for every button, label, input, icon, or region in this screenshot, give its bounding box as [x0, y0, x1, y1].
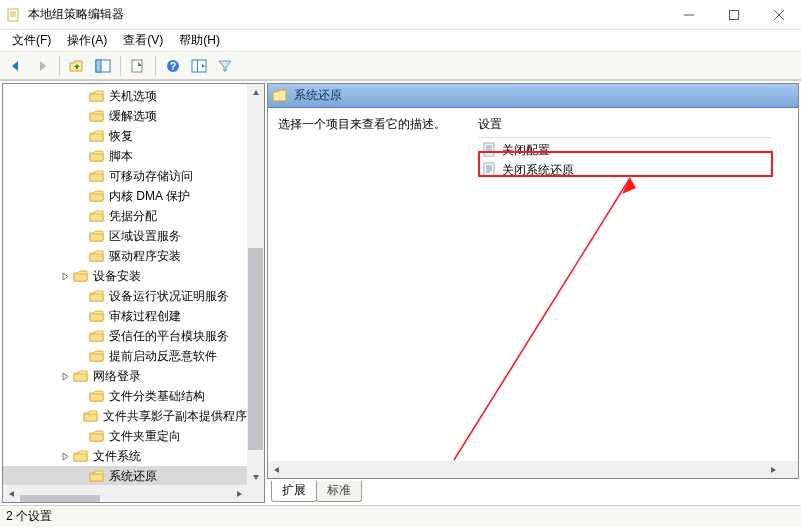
tree-item-label: 恢复: [109, 128, 133, 145]
folder-icon: [89, 388, 105, 404]
show-hide-tree-button[interactable]: [91, 54, 115, 78]
minimize-button[interactable]: [666, 0, 711, 29]
tree-view[interactable]: 关机选项缓解选项恢复脚本可移动存储访问内核 DMA 保护凭据分配区域设置服务驱动…: [3, 84, 247, 485]
setting-item-label: 关闭系统还原: [502, 162, 574, 179]
menu-help[interactable]: 帮助(H): [171, 30, 228, 51]
setting-item[interactable]: 关闭系统还原: [478, 160, 771, 180]
tabs-row: 扩展 标准: [267, 481, 799, 503]
tree-item[interactable]: 审核过程创建: [3, 306, 247, 326]
folder-icon: [89, 228, 105, 244]
toolbar-separator: [120, 56, 121, 76]
tree-item[interactable]: 可移动存储访问: [3, 166, 247, 186]
vertical-scrollbar[interactable]: [247, 84, 264, 485]
setting-item[interactable]: 关闭配置: [478, 140, 771, 160]
scroll-up-icon[interactable]: [247, 84, 264, 101]
folder-icon: [272, 88, 288, 104]
tree-item[interactable]: 区域设置服务: [3, 226, 247, 246]
filter-button[interactable]: [213, 54, 237, 78]
folder-icon: [89, 88, 105, 104]
toolbar-separator: [59, 56, 60, 76]
scroll-corner: [781, 461, 798, 478]
folder-icon: [89, 148, 105, 164]
folder-icon: [89, 428, 105, 444]
menu-view[interactable]: 查看(V): [115, 30, 171, 51]
toolbar: ?: [0, 52, 801, 80]
details-horizontal-scrollbar[interactable]: [268, 461, 781, 478]
status-text: 2 个设置: [6, 508, 52, 525]
setting-item-label: 关闭配置: [502, 142, 550, 159]
scroll-left-icon[interactable]: [3, 485, 20, 502]
tree-item[interactable]: 凭据分配: [3, 206, 247, 226]
tree-item-label: 区域设置服务: [109, 228, 181, 245]
expander-icon[interactable]: [59, 450, 71, 462]
expander-icon[interactable]: [59, 370, 71, 382]
tab-standard[interactable]: 标准: [316, 481, 362, 502]
policy-icon: [482, 142, 498, 158]
settings-column-header[interactable]: 设置: [478, 116, 771, 138]
statusbar: 2 个设置: [0, 505, 801, 527]
expander-icon[interactable]: [59, 270, 71, 282]
close-button[interactable]: [756, 0, 801, 29]
svg-text:?: ?: [170, 61, 176, 72]
scroll-right-icon[interactable]: [230, 485, 247, 502]
tree-item[interactable]: 内核 DMA 保护: [3, 186, 247, 206]
folder-icon: [89, 128, 105, 144]
folder-icon: [83, 408, 99, 424]
tree-item[interactable]: 网络登录: [3, 366, 247, 386]
tree-item-label: 设备安装: [93, 268, 141, 285]
details-header-title: 系统还原: [294, 87, 342, 104]
scroll-corner: [247, 485, 264, 502]
tree-item-label: 凭据分配: [109, 208, 157, 225]
horizontal-scrollbar[interactable]: [3, 485, 247, 502]
tree-item[interactable]: 驱动程序安装: [3, 246, 247, 266]
scroll-down-icon[interactable]: [247, 468, 264, 485]
tree-item[interactable]: 设备安装: [3, 266, 247, 286]
scroll-right-icon[interactable]: [764, 461, 781, 478]
back-button[interactable]: [4, 54, 28, 78]
svg-rect-5: [729, 10, 738, 19]
tree-item-label: 审核过程创建: [109, 308, 181, 325]
tree-item-label: 缓解选项: [109, 108, 157, 125]
tree-item[interactable]: 设备运行状况证明服务: [3, 286, 247, 306]
menu-file[interactable]: 文件(F): [4, 30, 59, 51]
folder-icon: [89, 248, 105, 264]
tree-item[interactable]: 关机选项: [3, 86, 247, 106]
scroll-left-icon[interactable]: [268, 461, 285, 478]
export-button[interactable]: [126, 54, 150, 78]
tree-item[interactable]: 文件系统: [3, 446, 247, 466]
tree-item[interactable]: 缓解选项: [3, 106, 247, 126]
tree-item-label: 驱动程序安装: [109, 248, 181, 265]
folder-icon: [89, 208, 105, 224]
maximize-button[interactable]: [711, 0, 756, 29]
tree-item-label: 内核 DMA 保护: [109, 188, 190, 205]
extended-view-button[interactable]: [187, 54, 211, 78]
tree-item[interactable]: 系统还原: [3, 466, 247, 485]
svg-rect-0: [8, 9, 18, 21]
toolbar-separator: [155, 56, 156, 76]
tree-item-label: 脚本: [109, 148, 133, 165]
folder-icon: [89, 188, 105, 204]
folder-icon: [89, 348, 105, 364]
tree-pane: 关机选项缓解选项恢复脚本可移动存储访问内核 DMA 保护凭据分配区域设置服务驱动…: [2, 83, 265, 503]
tree-item[interactable]: 文件共享影子副本提供程序: [3, 406, 247, 426]
tree-item[interactable]: 受信任的平台模块服务: [3, 326, 247, 346]
tree-item-label: 网络登录: [93, 368, 141, 385]
folder-icon: [89, 168, 105, 184]
tree-item[interactable]: 文件夹重定向: [3, 426, 247, 446]
svg-rect-14: [197, 60, 198, 72]
up-button[interactable]: [65, 54, 89, 78]
tree-item[interactable]: 脚本: [3, 146, 247, 166]
tree-item-label: 受信任的平台模块服务: [109, 328, 229, 345]
forward-button[interactable]: [30, 54, 54, 78]
tree-item-label: 文件分类基础结构: [109, 388, 205, 405]
tab-extended[interactable]: 扩展: [271, 481, 317, 502]
tree-item[interactable]: 文件分类基础结构: [3, 386, 247, 406]
tree-item[interactable]: 恢复: [3, 126, 247, 146]
tree-item[interactable]: 提前启动反恶意软件: [3, 346, 247, 366]
svg-rect-9: [96, 60, 101, 72]
description-text: 选择一个项目来查看它的描述。: [278, 116, 478, 453]
help-button[interactable]: ?: [161, 54, 185, 78]
details-pane: 系统还原 选择一个项目来查看它的描述。 设置 关闭配置关闭系统还原: [267, 83, 799, 503]
menu-action[interactable]: 操作(A): [59, 30, 115, 51]
tree-item-label: 关机选项: [109, 88, 157, 105]
